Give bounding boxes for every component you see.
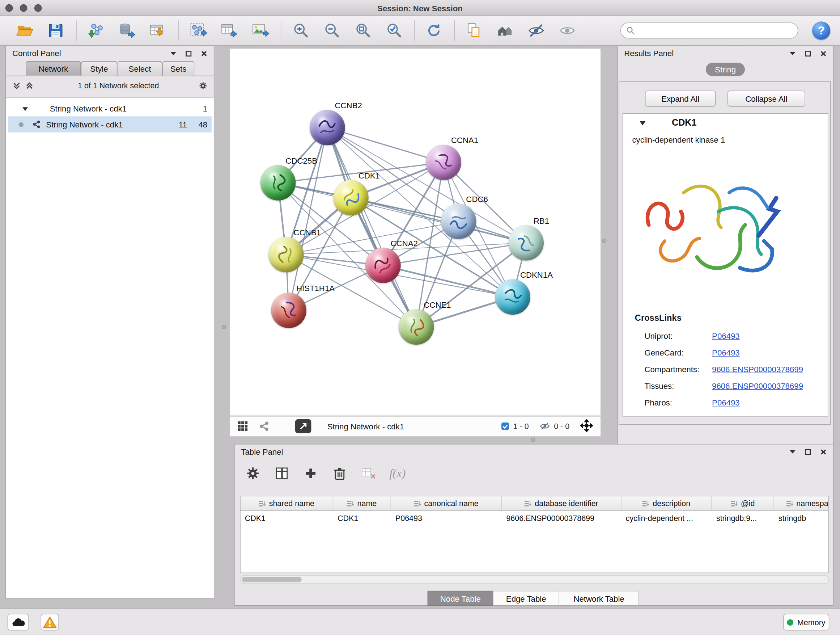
network-node-cdkn1a[interactable] [495, 279, 531, 315]
tab-string[interactable]: String [706, 63, 745, 76]
share-network-icon[interactable] [259, 421, 270, 432]
table-cell[interactable]: 9606.ENSP00000378699 [502, 514, 622, 523]
function-builder-button[interactable]: f(x) [388, 464, 407, 483]
zoom-selected-button[interactable] [383, 20, 404, 41]
crosslink-link[interactable]: 9606.ENSP00000378699 [712, 381, 803, 390]
tab-edge-table[interactable]: Edge Table [493, 591, 559, 606]
panel-close-icon[interactable] [819, 49, 828, 57]
crosslink-link[interactable]: P06493 [712, 331, 740, 340]
panel-close-icon[interactable] [200, 49, 208, 57]
column-header-shared-name[interactable]: shared name [240, 496, 333, 510]
import-network-database-button[interactable] [116, 20, 137, 41]
network-node-hist1h1a[interactable] [271, 293, 306, 328]
tree-collapse-icon[interactable] [22, 104, 28, 113]
panel-float-icon[interactable] [804, 49, 812, 57]
hidden-counts[interactable]: 0 - 0 [539, 422, 569, 431]
network-collection-row[interactable]: String Network - cdk1 1 [6, 100, 214, 116]
network-node-ccnb2[interactable] [309, 110, 345, 146]
table-horizontal-scrollbar[interactable] [240, 575, 829, 584]
left-splitter-handle[interactable] [222, 325, 226, 329]
export-image-button[interactable] [249, 20, 271, 41]
help-button[interactable]: ? [812, 21, 830, 40]
birdseye-grid-icon[interactable] [237, 421, 248, 432]
search-box[interactable] [621, 22, 798, 38]
scrollbar-thumb[interactable] [242, 577, 302, 582]
network-node-ccnb1[interactable] [268, 237, 304, 272]
show-panel-button[interactable] [557, 20, 578, 41]
right-splitter-handle[interactable] [602, 239, 606, 243]
column-header-namespace[interactable]: namespace [774, 496, 829, 510]
collapse-all-icon[interactable] [12, 81, 21, 90]
crosslink-link[interactable]: P06493 [712, 398, 740, 407]
network-options-gear-icon[interactable] [199, 81, 207, 90]
panel-float-icon[interactable] [804, 448, 812, 456]
open-in-external-button[interactable] [295, 419, 311, 433]
panel-float-icon[interactable] [184, 49, 193, 57]
panel-menu-icon[interactable] [169, 49, 177, 57]
table-cell[interactable]: CDK1 [240, 514, 333, 523]
export-network-button[interactable] [218, 20, 240, 41]
network-node-ccna1[interactable] [426, 145, 461, 180]
hide-panel-button[interactable] [526, 20, 547, 41]
refresh-view-button[interactable] [423, 20, 445, 41]
expand-all-button[interactable]: Expand All [645, 90, 715, 106]
show-columns-icon[interactable] [272, 464, 291, 483]
tab-network[interactable]: Network [26, 61, 81, 76]
import-network-file-button[interactable] [85, 20, 106, 41]
tab-network-table[interactable]: Network Table [559, 591, 639, 606]
column-header-database-identifier[interactable]: database identifier [502, 496, 622, 510]
search-input[interactable] [639, 27, 793, 35]
table-cell[interactable]: CDK1 [333, 514, 391, 523]
network-node-cdk1[interactable] [333, 180, 369, 216]
memory-status-dot [787, 619, 794, 625]
table-cell[interactable]: P06493 [391, 514, 502, 523]
tab-sets[interactable]: Sets [163, 61, 195, 76]
table-row[interactable]: CDK1CDK1P064939606.ENSP00000378699cyclin… [240, 511, 829, 525]
table-settings-gear-icon[interactable] [243, 464, 262, 483]
zoom-out-button[interactable] [321, 20, 342, 41]
table-cell[interactable]: cyclin-dependent ... [622, 514, 712, 523]
network-node-ccne1[interactable] [399, 309, 434, 345]
crosslink-link[interactable]: 9606.ENSP00000378699 [712, 364, 803, 374]
column-header-description[interactable]: description [622, 496, 712, 510]
collapse-all-button[interactable]: Collapse All [728, 90, 805, 106]
add-column-icon[interactable] [301, 464, 320, 483]
network-node-rb1[interactable] [508, 225, 544, 261]
home-button[interactable] [494, 20, 516, 41]
node-detail-header[interactable]: CDK1 [623, 114, 828, 132]
panel-menu-icon[interactable] [788, 448, 797, 456]
tab-select[interactable]: Select [117, 61, 162, 76]
zoom-in-button[interactable] [290, 20, 311, 41]
panel-close-icon[interactable] [819, 448, 828, 456]
expand-all-icon[interactable] [25, 81, 34, 90]
bottom-splitter-handle[interactable] [531, 437, 535, 442]
tab-style[interactable]: Style [81, 61, 118, 76]
section-collapse-icon[interactable] [639, 120, 646, 126]
memory-button[interactable]: Memory [783, 614, 829, 631]
network-node-ccna2[interactable] [365, 248, 401, 283]
column-header--id[interactable]: @id [712, 496, 774, 510]
selected-counts[interactable]: 1 - 0 [501, 422, 529, 431]
network-node-cdc25b[interactable] [261, 165, 296, 201]
duplicate-network-button[interactable] [463, 20, 485, 41]
panel-menu-icon[interactable] [788, 49, 797, 57]
network-row-selected[interactable]: String Network - cdk1 11 48 [8, 116, 212, 132]
save-session-button[interactable] [45, 20, 66, 41]
crosslink-link[interactable]: P06493 [712, 348, 740, 357]
new-network-from-selection-button[interactable] [187, 20, 209, 41]
delete-column-icon[interactable] [330, 464, 349, 483]
pan-crosshair-icon[interactable] [580, 419, 593, 433]
delete-table-icon-disabled[interactable] [359, 464, 378, 483]
network-node-cdc6[interactable] [441, 204, 477, 239]
cloud-status-button[interactable] [8, 614, 29, 631]
open-session-button[interactable] [14, 20, 35, 41]
table-cell[interactable]: stringdb:9... [712, 514, 774, 523]
table-cell[interactable]: stringdb [774, 514, 829, 523]
warnings-button[interactable] [41, 614, 59, 631]
tab-node-table[interactable]: Node Table [428, 591, 493, 606]
column-header-canonical-name[interactable]: canonical name [391, 496, 502, 510]
network-canvas[interactable]: CCNB2CCNA1CDC25BCDK1CDC6RB1CCNB1CCNA2CDK… [229, 48, 601, 416]
import-table-button[interactable] [147, 20, 169, 41]
zoom-fit-button[interactable] [352, 20, 373, 41]
column-header-name[interactable]: name [333, 496, 391, 510]
